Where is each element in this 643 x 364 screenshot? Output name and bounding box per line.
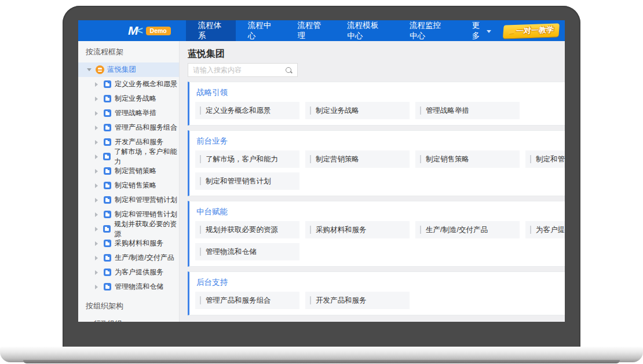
card-label: 管理战略举措 <box>426 106 469 116</box>
caret-down-icon[interactable] <box>87 68 92 71</box>
card-bar <box>200 155 201 163</box>
tree-root-group[interactable]: 蓝悦集团 <box>78 62 179 77</box>
card-bar <box>200 296 201 304</box>
page: M < Demo 流程体系 流程中心 流程管理 流程模板中心 流程监控中心 更多 <box>0 0 643 364</box>
tree-item[interactable]: 生产/制造/交付产品 <box>78 251 179 265</box>
caret-right-icon[interactable] <box>95 270 98 275</box>
card-bar <box>420 226 421 234</box>
folder-icon <box>104 138 111 146</box>
card-bar <box>420 106 421 115</box>
card-label: 规划并获取必要的资源 <box>206 225 278 235</box>
tree-item-label: 为客户提供服务 <box>115 267 163 277</box>
tree-item[interactable]: 制定销售策略 <box>78 178 179 193</box>
tree-item[interactable]: 管理战略举措 <box>78 106 179 120</box>
caret-right-icon[interactable] <box>95 183 98 188</box>
process-card[interactable]: 管理产品和服务组合 <box>195 292 299 309</box>
card-label: 管理物流和仓储 <box>206 247 257 257</box>
process-card[interactable]: 管理战略举措 <box>415 102 520 119</box>
tree-item-label: 定义业务概念和愿景 <box>115 79 177 89</box>
caret-right-icon[interactable] <box>95 111 98 116</box>
section-title: 前台业务 <box>196 137 565 146</box>
caret-right-icon[interactable] <box>95 82 98 87</box>
caret-right-icon[interactable] <box>95 256 98 260</box>
nav-item-process-management[interactable]: 流程管理 <box>285 20 335 41</box>
caret-right-icon[interactable] <box>95 97 98 101</box>
card-label: 制定业务战略 <box>316 106 359 116</box>
process-card[interactable]: 制定和管理营销计划 <box>525 150 565 168</box>
process-card[interactable]: 定义业务概念和愿景 <box>195 102 299 119</box>
folder-icon <box>104 109 111 117</box>
process-card[interactable]: 为客户提供服务 <box>525 221 565 238</box>
promo-label: 一对一教学 <box>516 25 554 35</box>
app-logo[interactable]: M < Demo <box>78 20 171 41</box>
logo-mark-chevron: < <box>137 24 143 37</box>
process-card[interactable]: 制定和管理销售计划 <box>195 172 299 190</box>
nav-item-label: 流程中心 <box>248 20 273 41</box>
caret-right-icon[interactable] <box>95 155 98 159</box>
card-bar <box>200 177 201 185</box>
caret-right-icon[interactable] <box>95 126 98 130</box>
nav-item-template-center[interactable]: 流程模板中心 <box>335 20 397 41</box>
tree-item[interactable]: 管理物流和仓储 <box>78 280 179 294</box>
folder-icon <box>104 80 111 88</box>
tree-item-label: 制定和管理营销计划 <box>115 195 177 205</box>
process-card[interactable]: 了解市场，客户和能力 <box>195 150 299 168</box>
folder-icon <box>104 95 111 102</box>
card-label: 了解市场，客户和能力 <box>206 155 278 164</box>
card-bar <box>530 226 531 234</box>
nav-item-label: 流程模板中心 <box>347 20 385 41</box>
caret-right-icon[interactable] <box>95 212 98 217</box>
card-bar <box>310 155 311 163</box>
tree-item[interactable]: 制定业务战略 <box>78 91 179 106</box>
tree-item[interactable]: 管理产品和服务组合 <box>78 120 179 135</box>
tree-item[interactable]: 了解市场，客户和能力 <box>78 149 179 164</box>
card-list: 规划并获取必要的资源 采购材料和服务 生产/制造/交付产品 为客户提供 <box>195 221 565 260</box>
nav-item-process-center[interactable]: 流程中心 <box>236 20 286 41</box>
caret-right-icon[interactable] <box>95 241 98 246</box>
card-label: 开发产品和服务 <box>316 296 367 306</box>
caret-right-icon[interactable] <box>95 140 98 145</box>
process-card[interactable]: 生产/制造/交付产品 <box>415 221 520 238</box>
nav-item-label: 流程监控中心 <box>410 20 448 41</box>
caret-right-icon[interactable] <box>95 198 98 203</box>
tree-item[interactable]: 制定和管理营销计划 <box>78 193 179 207</box>
process-card[interactable]: 管理物流和仓储 <box>195 243 299 260</box>
process-card[interactable]: 采购材料和服务 <box>305 221 410 238</box>
card-label: 制定销售策略 <box>426 155 469 164</box>
process-card[interactable]: 制定销售策略 <box>415 150 520 168</box>
tree-item-label: 管理战略举措 <box>115 108 156 118</box>
tree-item[interactable]: 为客户提供服务 <box>78 265 179 280</box>
search-input[interactable] <box>193 66 285 74</box>
section-strategy: 战略引领 定义业务概念和愿景 制定业务战略 管理战略举措 <box>188 82 565 126</box>
nav-item-process-system[interactable]: 流程体系 <box>186 20 236 41</box>
card-list: 管理产品和服务组合 开发产品和服务 <box>195 292 565 309</box>
promo-badge[interactable]: 一对一教学 <box>503 23 560 38</box>
tree-item-label: 生产/制造/交付产品 <box>115 253 174 263</box>
card-label: 采购材料和服务 <box>316 225 367 235</box>
demo-badge: Demo <box>146 27 171 35</box>
search-icon[interactable] <box>285 67 293 74</box>
tree-item-label: 管理物流和仓储 <box>115 282 163 292</box>
process-card[interactable]: 制定业务战略 <box>305 102 410 119</box>
folder-icon <box>103 225 111 233</box>
section-back-office: 后台支持 管理产品和服务组合 开发产品和服务 <box>188 271 565 315</box>
folder-icon <box>104 240 111 247</box>
tree-item[interactable]: 定义业务概念和愿景 <box>78 77 179 91</box>
process-card[interactable]: 开发产品和服务 <box>305 292 410 309</box>
nav-item-more[interactable]: 更多 <box>460 20 503 41</box>
folder-icon <box>104 182 111 189</box>
caret-right-icon[interactable] <box>95 169 98 174</box>
folder-icon <box>104 167 111 175</box>
process-card[interactable]: 制定营销策略 <box>305 150 410 168</box>
process-card[interactable]: 规划并获取必要的资源 <box>195 221 299 238</box>
card-bar <box>200 226 201 234</box>
folder-icon <box>104 124 111 131</box>
caret-right-icon[interactable] <box>95 285 98 289</box>
card-label: 为客户提供服务 <box>536 225 565 235</box>
nav-item-monitor-center[interactable]: 流程监控中心 <box>397 20 460 41</box>
tree-org-root[interactable]: 行政组织 <box>78 317 179 322</box>
sidebar-header-org: 按组织架构 <box>78 301 179 311</box>
tree-item[interactable]: 规划并获取必要的资源 <box>78 222 179 236</box>
nav-item-label: 更多 <box>472 20 483 41</box>
caret-right-icon[interactable] <box>95 227 98 231</box>
